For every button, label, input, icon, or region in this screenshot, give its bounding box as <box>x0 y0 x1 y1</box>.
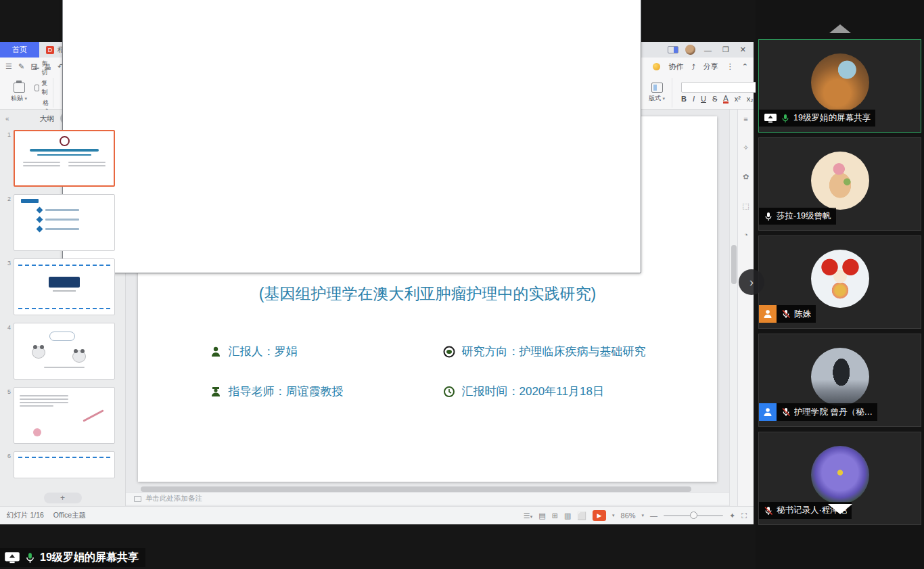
mic-on-icon <box>781 114 790 123</box>
wps-status-bar: 幻灯片 1/16 Office主题 ☰▾ ▤ ⊞ ▥ ⬜ ▶ ▾ 86% ▾ —… <box>0 506 754 524</box>
avatar-participant-4 <box>811 348 869 406</box>
screen-share-icon <box>4 551 20 564</box>
zoom-level-value[interactable]: 86% <box>621 511 636 520</box>
wps-presentation-window: 首页 D 稻壳模板 P 开题答辩汇报2.pptx + — ❐ ✕ ☰ <box>0 42 754 524</box>
slide-thumbnail-3[interactable]: 3 <box>3 258 121 315</box>
slide-thumbnail-5[interactable]: 5 <box>3 387 121 444</box>
cut-button[interactable]: ✂剪切 <box>34 60 49 77</box>
mic-muted-icon <box>764 506 773 516</box>
meeting-app-window: 首页 D 稻壳模板 P 开题答辩汇报2.pptx + — ❐ ✕ ☰ <box>0 0 924 569</box>
layout-icon <box>651 83 663 93</box>
collab-button[interactable]: 协作 <box>668 62 683 72</box>
avatar-participant-1 <box>811 53 869 112</box>
hamburger-menu-icon[interactable]: ☰ <box>5 62 12 71</box>
properties-pane-icon[interactable]: ≡ <box>743 115 747 123</box>
mic-on-icon <box>764 212 773 221</box>
star-resources-icon[interactable]: ✿ <box>743 173 749 181</box>
bold-button[interactable]: B <box>681 95 687 103</box>
slide-thumbnail-6[interactable]: 6 <box>3 451 121 478</box>
avatar-participant-3 <box>811 250 869 308</box>
share-arrow-icon: ⤴ <box>691 63 695 71</box>
normal-view-icon[interactable]: ▤ <box>538 511 545 520</box>
history-icon[interactable]: ◔ <box>743 231 748 239</box>
scroll-up-arrow[interactable] <box>829 24 851 33</box>
avatar-participant-5 <box>811 446 869 504</box>
person-icon <box>210 346 222 358</box>
tab-wps-home[interactable]: 首页 <box>0 42 39 58</box>
collapse-ribbon-icon[interactable]: ⌃ <box>742 62 748 71</box>
slide-thumbnail-2[interactable]: 2 <box>3 194 121 251</box>
add-slide-button[interactable]: + <box>44 493 82 503</box>
slide-sorter-icon[interactable]: ⊞ <box>552 511 558 520</box>
zoom-in-button[interactable]: ✦ <box>729 511 735 520</box>
slide-thumbnail-4[interactable]: 4 <box>3 323 121 380</box>
cloud-sync-icon[interactable] <box>653 63 660 70</box>
new-slide-button[interactable]: 新建幻灯片 ▾ <box>62 0 641 283</box>
copy-icon <box>34 85 39 91</box>
font-name-input[interactable] <box>681 82 761 93</box>
horizontal-scrollbar[interactable] <box>141 486 714 492</box>
zoom-out-button[interactable]: — <box>650 511 657 520</box>
collapse-panel-icon[interactable]: « <box>5 115 9 122</box>
reading-view-icon[interactable]: ▥ <box>564 511 571 520</box>
participant-tile-2[interactable]: 莎拉-19级曾帆 <box>758 137 921 231</box>
notes-toggle-icon[interactable]: ☰▾ <box>524 511 532 520</box>
notes-bar[interactable]: 单击此处添加备注 <box>126 492 729 505</box>
play-options-caret[interactable]: ▾ <box>612 513 615 518</box>
font-color-button[interactable]: A <box>723 95 728 104</box>
notes-icon <box>134 496 141 502</box>
cut-icon: ✂ <box>34 65 40 72</box>
fit-slide-button[interactable]: ⛶ <box>741 511 747 520</box>
participant-name: 19级罗娟的屏幕共享 <box>793 112 871 124</box>
report-date-row: 汇报时间：2020年11月18日 <box>443 384 646 399</box>
superscript-button[interactable]: x² <box>735 95 741 103</box>
close-button[interactable]: ✕ <box>738 45 748 54</box>
share-button[interactable]: 分享 <box>703 62 718 72</box>
new-slide-icon <box>62 0 641 273</box>
participant-name: 陈姝 <box>794 309 811 320</box>
slide-layout-button[interactable]: 版式 ▾ <box>645 83 668 103</box>
slide-thumbnail-panel: « 大纲 幻灯片 1 <box>0 110 126 506</box>
target-icon <box>443 346 455 358</box>
slideshow-view-icon[interactable]: ⬜ <box>577 511 586 520</box>
animation-pane-icon[interactable]: ✧ <box>743 143 749 152</box>
subscript-button[interactable]: x₂ <box>747 95 754 103</box>
copy-button[interactable]: 复制 <box>34 79 49 97</box>
restore-button[interactable]: ❐ <box>720 45 731 54</box>
scroll-down-arrow[interactable] <box>828 504 852 514</box>
participant-tile-3[interactable]: 陈姝 <box>758 235 921 329</box>
tab-list-icon[interactable] <box>668 46 678 53</box>
wps-account-avatar[interactable] <box>685 45 695 55</box>
strikethrough-button[interactable]: S <box>712 95 717 103</box>
participant-tile-1[interactable]: 19级罗娟的屏幕共享 <box>758 39 921 133</box>
vertical-scrollbar[interactable] <box>729 110 737 506</box>
play-slideshow-button[interactable]: ▶ <box>593 510 606 521</box>
participant-name: 莎拉-19级曾帆 <box>777 210 831 222</box>
clock-icon <box>443 386 455 398</box>
screen-share-overlay-label: 19级罗娟的屏幕共享 <box>0 548 145 567</box>
participant-panel: 19级罗娟的屏幕共享 莎拉-19级曾帆 <box>756 0 924 569</box>
wps-formatting-toolbar: 粘贴 ▾ ✂剪切 复制 🖌格式刷 新建幻灯片 ▾ <box>0 76 754 110</box>
panel-collapse-chevron[interactable]: › <box>739 269 764 295</box>
share-overlay-text: 19级罗娟的屏幕共享 <box>40 551 139 565</box>
underline-button[interactable]: U <box>701 95 706 103</box>
slide-thumbnail-1[interactable]: 1 <box>3 130 121 187</box>
avatar-participant-2 <box>811 152 869 210</box>
outline-tab[interactable]: 大纲 <box>40 114 55 124</box>
minimize-button[interactable]: — <box>702 46 714 54</box>
pen-mode-icon[interactable]: ✎ <box>18 62 24 71</box>
italic-button[interactable]: I <box>693 95 695 103</box>
mic-on-icon <box>24 552 36 564</box>
member-badge-icon <box>759 403 777 421</box>
advisor-row: 指导老师：周谊霞教授 <box>210 384 443 399</box>
more-options-icon[interactable]: ⋮ <box>726 62 734 71</box>
mic-muted-icon <box>781 309 791 319</box>
shape-library-icon[interactable]: ⬚ <box>742 202 749 210</box>
participant-tile-4[interactable]: 护理学院 曾丹（秘… <box>758 334 921 427</box>
mic-muted-icon <box>781 407 791 417</box>
graduate-icon <box>210 386 222 398</box>
participant-name: 护理学院 曾丹（秘… <box>794 407 873 418</box>
zoom-slider[interactable] <box>664 515 723 516</box>
paste-button[interactable]: 粘贴 ▾ <box>7 83 30 103</box>
zoom-caret[interactable]: ▾ <box>642 513 645 518</box>
